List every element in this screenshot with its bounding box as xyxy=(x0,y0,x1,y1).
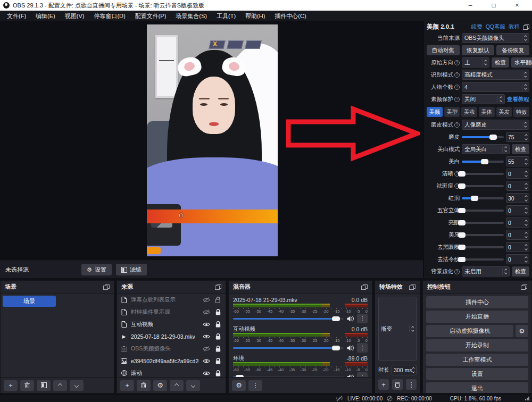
lock-toggle[interactable] xyxy=(214,370,222,376)
visibility-toggle[interactable] xyxy=(202,322,211,327)
preview-video[interactable]: 0 X xyxy=(147,24,278,256)
menu-item[interactable]: 文件(F) xyxy=(2,11,31,21)
fader-handle[interactable] xyxy=(236,375,244,378)
beauty-slider[interactable] xyxy=(462,195,504,202)
beauty-slider[interactable] xyxy=(462,244,504,251)
popout-icon[interactable] xyxy=(523,24,529,30)
help-icon[interactable]: ? xyxy=(454,60,460,65)
beauty-action-button[interactable]: 备份恢复 xyxy=(496,45,529,55)
transition-duration-spinbox[interactable]: 300 ms xyxy=(392,365,417,375)
speaker-icon[interactable] xyxy=(347,345,354,351)
makeup-protect-dropdown[interactable]: 关闭 xyxy=(462,94,505,104)
help-icon[interactable]: ? xyxy=(454,97,460,102)
slider-value-spinbox[interactable]: 0 xyxy=(506,217,529,228)
beauty-slider[interactable] xyxy=(462,219,504,227)
white-mode-check-button[interactable]: 检查 xyxy=(512,144,529,154)
move-source-down-button[interactable] xyxy=(186,380,200,391)
visibility-toggle[interactable] xyxy=(202,346,211,351)
volume-fader[interactable] xyxy=(233,315,344,322)
beauty-action-button[interactable]: 恢复默认 xyxy=(462,45,495,55)
menu-item[interactable]: 配置文件(P) xyxy=(130,11,171,21)
orientation-dropdown[interactable]: 上 xyxy=(462,57,489,68)
fader-handle[interactable] xyxy=(332,346,340,350)
slider-handle[interactable] xyxy=(489,135,497,140)
source-list-item[interactable]: ▶ 互动视频 xyxy=(117,318,226,330)
menu-item[interactable]: 插件中心(C) xyxy=(270,11,311,21)
popout-icon[interactable] xyxy=(103,284,110,290)
lock-toggle[interactable] xyxy=(214,333,222,340)
control-button[interactable]: 启动虚拟摄像机 xyxy=(426,325,513,337)
beauty-link[interactable]: 续费 xyxy=(471,23,483,31)
virtual-camera-settings-button[interactable]: ⚙ xyxy=(516,325,528,337)
control-button[interactable]: 开始直播 xyxy=(426,311,528,323)
lock-toggle[interactable] xyxy=(214,346,222,352)
menu-item[interactable]: 视图(V) xyxy=(60,11,89,21)
move-source-up-button[interactable] xyxy=(170,380,184,391)
popout-icon[interactable] xyxy=(409,284,415,290)
move-scene-down-button[interactable] xyxy=(70,380,84,391)
close-button[interactable]: × xyxy=(505,0,529,11)
source-list-item[interactable]: ▶ 时钟插件显示源 xyxy=(117,306,226,318)
scene-filters-button[interactable] xyxy=(37,380,51,391)
speaker-icon[interactable] xyxy=(347,316,354,322)
volume-fader[interactable] xyxy=(233,344,344,351)
beauty-slider[interactable] xyxy=(462,158,504,165)
beauty-tab[interactable]: 美颜 xyxy=(427,107,443,117)
source-list-item[interactable]: ▶ OBS美颜摄像头 xyxy=(117,342,226,355)
help-icon[interactable]: ? xyxy=(454,85,460,90)
slider-handle[interactable] xyxy=(458,183,466,189)
add-transition-button[interactable]: + xyxy=(378,379,389,390)
detect-mode-dropdown[interactable]: 高精度模式 xyxy=(462,70,529,80)
lock-toggle[interactable] xyxy=(214,321,222,328)
visibility-toggle[interactable] xyxy=(202,309,211,315)
slider-handle[interactable] xyxy=(458,208,466,213)
slider-value-spinbox[interactable]: 0 xyxy=(506,169,529,179)
beauty-link[interactable]: QQ客服 xyxy=(486,23,505,31)
lock-toggle[interactable] xyxy=(214,358,222,364)
popout-icon[interactable] xyxy=(521,284,527,290)
menu-item[interactable]: 场景集合(S) xyxy=(171,11,212,21)
slider-value-spinbox[interactable]: 30 xyxy=(506,193,529,203)
slider-handle[interactable] xyxy=(458,220,466,225)
slider-value-spinbox[interactable]: 0 xyxy=(506,254,529,264)
lock-toggle[interactable] xyxy=(214,297,222,303)
person-count-spinbox[interactable]: 4 xyxy=(462,82,529,92)
add-scene-button[interactable]: + xyxy=(4,380,18,391)
transition-menu-button[interactable]: ⋮ xyxy=(406,379,417,390)
menu-item[interactable]: 帮助(H) xyxy=(240,11,270,21)
channel-menu-button[interactable]: ⋮ xyxy=(357,314,368,323)
maximize-button[interactable]: □ xyxy=(482,0,505,11)
source-list-item[interactable]: ▶ 滚动 xyxy=(117,367,226,377)
white-mode-dropdown[interactable]: 全局美白 xyxy=(462,144,510,154)
slider-value-spinbox[interactable]: 0 xyxy=(506,205,529,215)
control-button[interactable]: 开始录制 xyxy=(426,339,528,351)
scene-list-item[interactable]: 场景 xyxy=(3,296,56,307)
move-scene-up-button[interactable] xyxy=(53,380,67,391)
beauty-action-button[interactable]: 自动对焦 xyxy=(427,45,460,55)
control-button[interactable]: 工作室模式 xyxy=(426,354,528,366)
control-button[interactable]: 退出 xyxy=(426,382,528,393)
volume-fader[interactable] xyxy=(233,373,344,377)
source-properties-button[interactable]: ⚙ xyxy=(153,380,167,391)
visibility-toggle[interactable] xyxy=(202,334,211,339)
channel-menu-button[interactable]: ⋮ xyxy=(357,343,368,353)
slider-handle[interactable] xyxy=(458,232,466,238)
bg-blur-check-button[interactable]: 检查 xyxy=(512,266,529,277)
orientation-check-button[interactable]: 检查 xyxy=(492,57,509,68)
visibility-toggle[interactable] xyxy=(202,358,211,364)
beauty-slider[interactable] xyxy=(462,170,504,178)
slider-handle[interactable] xyxy=(458,257,466,262)
source-filters-button[interactable]: 滤镜 xyxy=(116,264,147,275)
slider-handle[interactable] xyxy=(471,196,478,201)
source-list-item[interactable]: ▶ 2025-07-18 21-29-03.mkv xyxy=(117,330,226,342)
source-list-item[interactable]: ▶ 弹幕点歌列表显示 xyxy=(117,294,226,306)
slider-value-spinbox[interactable]: 0 xyxy=(506,230,529,240)
beauty-slider[interactable] xyxy=(462,207,504,214)
current-source-dropdown[interactable]: OBS美颜摄像头 xyxy=(462,33,529,43)
fader-handle[interactable] xyxy=(332,316,340,321)
beauty-tab[interactable]: 美妆 xyxy=(461,107,477,117)
help-icon[interactable]: ? xyxy=(454,72,460,78)
smooth-mode-dropdown[interactable]: 人像磨皮 xyxy=(462,120,529,130)
popout-icon[interactable] xyxy=(361,284,368,290)
slider-handle[interactable] xyxy=(481,159,488,164)
